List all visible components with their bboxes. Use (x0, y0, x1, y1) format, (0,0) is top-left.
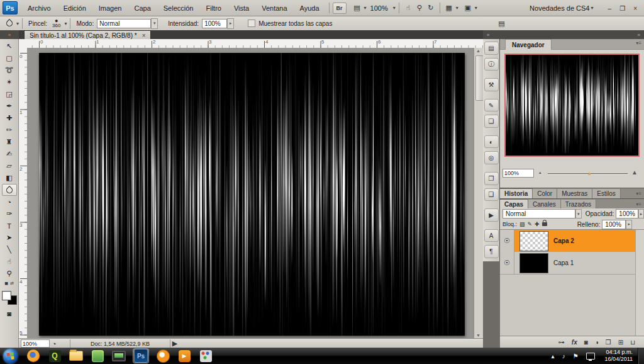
lock-pixels-icon[interactable]: ✎ (528, 221, 533, 227)
sample-all-layers-checkbox[interactable] (248, 20, 255, 27)
fill-input[interactable]: 100% (602, 220, 626, 229)
tab-muestras[interactable]: Muestras (557, 189, 592, 198)
pen-tool[interactable]: ✑ (2, 208, 17, 220)
layer-style-icon[interactable]: fx (572, 339, 577, 346)
chevron-down-icon[interactable]: ▾ (16, 21, 19, 26)
zoom-tool[interactable]: ⚲ (2, 268, 17, 280)
zoom-out-icon[interactable]: ▴ (539, 170, 541, 175)
visibility-eye-icon[interactable]: ☉ (500, 230, 514, 252)
menu-ayuda[interactable]: Ayuda (294, 0, 326, 16)
taskbar-explorer-icon[interactable] (69, 349, 84, 363)
action-center-flag-icon[interactable]: ⚑ (573, 353, 579, 360)
arrange-documents-icon[interactable]: ▦ (443, 3, 455, 13)
clone-source-panel-icon[interactable]: ❏ (484, 115, 499, 128)
tab-trazados[interactable]: Trazados (561, 200, 596, 209)
panel-menu-icon[interactable]: ▾≡ (636, 191, 641, 196)
layer-name[interactable]: Capa 1 (553, 259, 574, 266)
menu-filtro[interactable]: Filtro (199, 0, 227, 16)
menu-vista[interactable]: Vista (228, 0, 255, 16)
image-canvas[interactable] (39, 53, 465, 336)
taskbar-paint-app-icon[interactable] (198, 349, 213, 363)
menu-imagen[interactable]: Imagen (92, 0, 128, 16)
blend-mode-select[interactable]: Normal (502, 209, 575, 219)
new-layer-icon[interactable]: ⊞ (618, 339, 623, 346)
navigator-proxy-view[interactable] (504, 54, 640, 157)
navigator-zoom-slider[interactable]: ▴ ▲ ▲ (539, 169, 639, 178)
link-layers-icon[interactable]: ⊶ (558, 339, 565, 346)
history-brush-tool[interactable]: ✍ (2, 148, 17, 160)
lock-position-icon[interactable]: ✚ (535, 221, 540, 227)
document-tab[interactable]: Sin título-1 al 100% (Capa 2, RGB/8) * × (24, 30, 151, 40)
chevron-down-icon[interactable]: ▾ (64, 21, 67, 26)
strength-slider-button[interactable]: ▸ (227, 18, 234, 29)
screen-mode-icon[interactable]: ▣ (462, 3, 474, 13)
tab-historia[interactable]: Historia (500, 188, 533, 198)
volume-icon[interactable]: ♪ (562, 353, 565, 360)
tool-presets-panel-icon[interactable]: ⚒ (484, 78, 499, 91)
scroll-down-icon[interactable]: ▼ (476, 333, 480, 338)
quick-selection-tool[interactable]: ✶ (2, 76, 17, 88)
taskbar-search-app-icon[interactable]: Q (47, 349, 62, 363)
restore-button[interactable]: ❐ (619, 5, 625, 12)
taskbar-video-app-icon[interactable]: ▶ (177, 349, 192, 363)
fill-slider-button[interactable]: ▸ (626, 220, 632, 229)
blur-tool[interactable] (2, 184, 17, 196)
adjustment-layer-icon[interactable]: ◑ (595, 339, 599, 346)
taskbar-firefox-icon[interactable] (26, 349, 41, 363)
gradient-tool[interactable]: ◧ (2, 172, 17, 184)
histogram-panel-icon[interactable]: ▤ (484, 42, 499, 55)
show-desktop-button[interactable] (638, 348, 644, 364)
slider-thumb[interactable]: ▲ (587, 171, 592, 176)
adjustments-panel-icon[interactable]: ◐ (484, 135, 499, 149)
taskbar-photoshop-icon[interactable]: Ps (133, 348, 149, 363)
zoom-icon[interactable]: ⚲ (414, 3, 425, 13)
masks-panel-icon[interactable]: ◎ (484, 151, 499, 164)
styles-panel-icon[interactable]: ❑ (484, 188, 499, 202)
status-zoom-input[interactable]: 100% (21, 339, 50, 348)
brush-preset-preview[interactable]: ● 360 (52, 18, 60, 28)
panel-menu-icon[interactable]: ▾≡ (636, 202, 641, 207)
layer-comps-panel-icon[interactable]: ❐ (484, 172, 499, 185)
menu-edicion[interactable]: Edición (57, 0, 92, 16)
chevron-down-icon[interactable]: ▾ (475, 5, 477, 11)
horizontal-ruler[interactable]: 0 1 2 3 4 5 6 7 (27, 39, 483, 48)
mode-select[interactable]: Normal (97, 19, 151, 28)
character-panel-icon[interactable]: A (484, 229, 499, 242)
add-mask-icon[interactable]: ◙ (584, 339, 588, 346)
layer-name[interactable]: Capa 2 (553, 237, 574, 244)
visibility-eye-icon[interactable]: ☉ (500, 252, 514, 274)
delete-layer-icon[interactable]: ⊔ (630, 339, 635, 346)
navigator-zoom-input[interactable]: 100% (502, 169, 534, 178)
close-button[interactable]: × (633, 5, 637, 12)
tab-color[interactable]: Color (533, 189, 557, 198)
toggle-panels-icon[interactable]: ▤ (496, 18, 507, 29)
hand-icon[interactable]: ☝ (402, 3, 414, 13)
dodge-tool[interactable]: ◔ (2, 196, 17, 208)
taskbar-messenger-app-icon[interactable] (90, 349, 105, 363)
eyedropper-tool[interactable]: ✒ (2, 100, 17, 112)
hand-tool[interactable]: ☝ (2, 256, 17, 268)
brushes-panel-icon[interactable]: ✎ (484, 99, 499, 112)
vertical-scrollbar[interactable]: ▲ ▼ (474, 48, 484, 338)
foreground-color-swatch[interactable] (2, 291, 11, 300)
crop-tool[interactable]: ◲ (2, 88, 17, 100)
scroll-up-icon[interactable]: ▲ (476, 48, 480, 53)
type-tool[interactable]: T (2, 220, 17, 232)
lock-transparency-icon[interactable]: ▨ (519, 221, 525, 227)
healing-brush-tool[interactable]: ✚ (2, 112, 17, 124)
layer-row-capa1[interactable]: ☉ Capa 1 (500, 252, 636, 275)
taskbar-clock[interactable]: 04:14 p.m. 16/04/2011 (605, 349, 633, 363)
lasso-tool[interactable]: ➰ (2, 64, 17, 76)
minimize-button[interactable]: – (608, 5, 612, 12)
close-tab-icon[interactable]: × (142, 32, 146, 39)
menu-archivo[interactable]: Archivo (21, 0, 57, 16)
taskbar-capture-app-icon[interactable] (111, 349, 126, 363)
bridge-button[interactable]: Br (333, 3, 347, 14)
paragraph-panel-icon[interactable]: ¶ (484, 245, 499, 258)
tab-capas[interactable]: Capas (500, 199, 528, 209)
tab-canales[interactable]: Canales (528, 200, 561, 209)
line-tool[interactable]: ╲ (2, 244, 17, 256)
new-group-icon[interactable]: ❒ (606, 339, 611, 346)
blend-mode-dropdown[interactable]: ▾ (575, 209, 582, 219)
layers-scrollbar[interactable] (635, 230, 644, 336)
